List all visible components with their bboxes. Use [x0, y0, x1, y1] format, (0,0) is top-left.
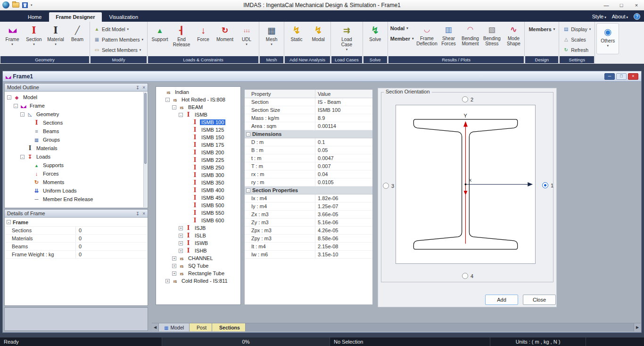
- property-row[interactable]: B : m 0.05: [245, 146, 372, 154]
- ribbon-menu-button[interactable]: Nodal ▾: [390, 24, 414, 33]
- view-tab[interactable]: Sections: [212, 323, 246, 331]
- property-row[interactable]: Ix : m4 1.82e-06: [245, 194, 372, 203]
- property-row[interactable]: Section Properties: [245, 186, 372, 194]
- tree-item[interactable]: Model: [5, 93, 143, 101]
- close-button[interactable]: ×: [629, 0, 644, 10]
- quick-access-dropdown-icon[interactable]: ▾: [31, 3, 33, 7]
- ribbon-button[interactable]: Solve: [364, 23, 386, 46]
- tree-item[interactable]: ISMB 600: [157, 217, 240, 224]
- tree-expander[interactable]: [172, 271, 176, 276]
- tree-item[interactable]: ISMB 450: [157, 194, 240, 202]
- orientation-radio-1[interactable]: 1: [542, 182, 553, 188]
- ribbon-menu-button[interactable]: Pattern Members ▾: [94, 35, 143, 44]
- property-row[interactable]: Section Size ISMB 100: [245, 106, 372, 114]
- ribbon-button[interactable]: Modal: [307, 23, 329, 46]
- ribbon-menu-button[interactable]: Select Members ▾: [94, 45, 143, 54]
- tree-item[interactable]: Groups: [5, 135, 143, 144]
- tree-item[interactable]: Materials: [5, 144, 143, 152]
- tree-item[interactable]: ISMB 175: [157, 141, 240, 149]
- tree-expander[interactable]: [172, 105, 176, 110]
- property-row[interactable]: Iw : m6 3.15e-10: [245, 251, 372, 259]
- property-row[interactable]: Dimensions: [245, 130, 372, 138]
- tree-expander[interactable]: [172, 264, 176, 268]
- orientation-radio-3[interactable]: 3: [383, 183, 394, 189]
- tree-expander[interactable]: [179, 249, 183, 253]
- tree-item[interactable]: ISMB 200: [157, 149, 240, 156]
- property-row[interactable]: Zx : m3 3.66e-05: [245, 211, 372, 219]
- property-row[interactable]: Zpy : m3 8.58e-06: [245, 235, 372, 243]
- ribbon-button[interactable]: Shear Forces: [438, 22, 459, 51]
- doc-close-button[interactable]: ×: [628, 73, 638, 80]
- ribbon-button[interactable]: Static: [286, 23, 307, 46]
- scroll-left-icon[interactable]: ◀: [152, 323, 159, 331]
- ribbon-button[interactable]: Force: [192, 23, 214, 46]
- tree-item[interactable]: ISMB 400: [157, 186, 240, 194]
- tree-expander[interactable]: [179, 226, 183, 230]
- scrollbar[interactable]: [143, 92, 147, 207]
- orientation-radio-2[interactable]: 2: [462, 96, 473, 102]
- tree-item[interactable]: Member End Release: [5, 195, 143, 203]
- tree-expander[interactable]: [20, 155, 25, 159]
- tree-expander[interactable]: [14, 104, 18, 108]
- property-row[interactable]: Iy : m4 1.25e-07: [245, 203, 372, 211]
- help-icon[interactable]: ?: [634, 13, 640, 20]
- tree-item[interactable]: Moments: [5, 178, 143, 186]
- tree-expander[interactable]: [20, 112, 25, 117]
- property-row[interactable]: It : m4 2.15e-08: [245, 243, 372, 251]
- ribbon-button[interactable]: Beam: [66, 23, 88, 46]
- ribbon-menu-button[interactable]: Member ▾: [390, 34, 414, 43]
- tree-expander[interactable]: [179, 241, 183, 245]
- property-row[interactable]: Mass : kg/m 8.9: [245, 114, 372, 122]
- about-menu[interactable]: About▾: [612, 14, 628, 19]
- ribbon-button[interactable]: Section ▾: [23, 23, 45, 46]
- ribbon-tab[interactable]: Visualization: [103, 12, 145, 22]
- property-row[interactable]: Zy : m3 5.16e-06: [245, 219, 372, 227]
- tree-item[interactable]: BEAM: [157, 103, 240, 111]
- tree-item[interactable]: Geometry: [5, 110, 143, 118]
- pin-icon[interactable]: ↧: [136, 211, 140, 216]
- tree-item[interactable]: ISMB 100: [157, 118, 240, 126]
- tree-item[interactable]: ISMB 300: [157, 171, 240, 179]
- add-button[interactable]: Add: [485, 295, 518, 305]
- tree-item[interactable]: ISMB: [157, 111, 240, 118]
- save-icon[interactable]: [22, 2, 28, 8]
- property-row[interactable]: rx : m 0.04: [245, 170, 372, 178]
- ribbon-button[interactable]: Material ▾: [45, 23, 66, 46]
- ribbon-button[interactable]: Bending Moment: [459, 22, 481, 51]
- property-row[interactable]: Area : sqm 0.00114: [245, 122, 372, 130]
- tree-expander[interactable]: [165, 98, 170, 102]
- ribbon-menu-button[interactable]: Members ▾: [528, 25, 555, 34]
- group-expander-icon[interactable]: [7, 220, 11, 224]
- ribbon-menu-button[interactable]: Display ▾: [563, 25, 591, 34]
- property-row[interactable]: ry : m 0.0105: [245, 178, 372, 186]
- tree-item[interactable]: Indian: [157, 88, 240, 96]
- scrollbar-thumb[interactable]: [144, 93, 147, 164]
- tree-expander[interactable]: [165, 279, 170, 283]
- ribbon-menu-button[interactable]: Scales: [563, 35, 591, 44]
- view-tab[interactable]: Post: [190, 323, 212, 331]
- tree-item[interactable]: ISLB: [157, 232, 240, 239]
- tree-item[interactable]: Uniform Loads: [5, 186, 143, 195]
- tree-item[interactable]: Sections: [5, 118, 143, 127]
- open-file-icon[interactable]: [12, 2, 19, 8]
- tree-item[interactable]: ISHB: [157, 247, 240, 254]
- ribbon-button[interactable]: Mesh ▾: [261, 23, 282, 46]
- tree-expander[interactable]: [172, 256, 176, 261]
- ribbon-button[interactable]: End Release: [171, 23, 192, 51]
- tree-item[interactable]: Loads: [5, 152, 143, 161]
- ribbon-tab[interactable]: Home: [21, 12, 48, 22]
- close-icon[interactable]: ×: [142, 85, 145, 90]
- scroll-right-icon[interactable]: ▶: [634, 323, 641, 331]
- ribbon-button[interactable]: Support: [149, 23, 171, 46]
- tree-item[interactable]: ISJB: [157, 224, 240, 232]
- tree-item[interactable]: Forces: [5, 169, 143, 178]
- tree-expander[interactable]: [179, 113, 183, 117]
- radio-icon[interactable]: [462, 273, 468, 279]
- ribbon-button[interactable]: Bending Stress: [481, 22, 503, 51]
- property-row[interactable]: t : m 0.0047: [245, 154, 372, 162]
- ribbon-button[interactable]: Load Case ▾: [336, 23, 357, 51]
- ribbon-button[interactable]: Moment: [214, 23, 236, 46]
- tree-item[interactable]: ISMB 350: [157, 179, 240, 186]
- style-menu[interactable]: Style▾: [592, 14, 606, 19]
- close-button[interactable]: Close: [523, 295, 556, 305]
